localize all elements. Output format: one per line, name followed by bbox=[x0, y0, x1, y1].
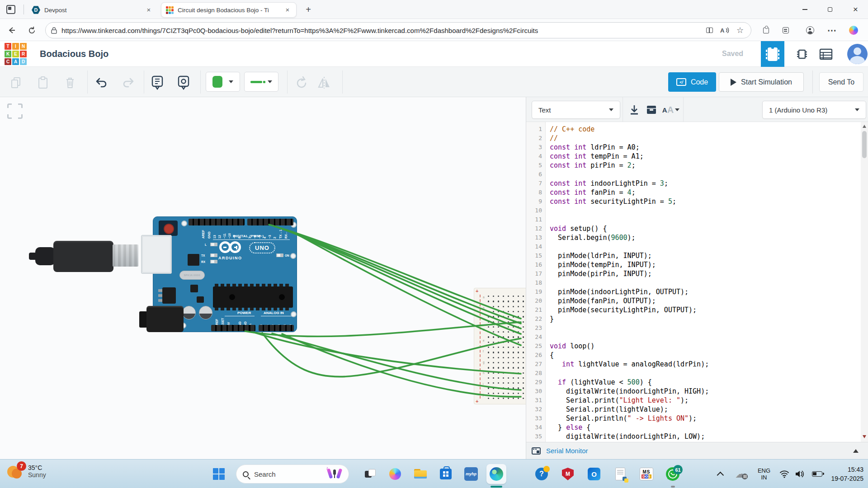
breadboard-hole[interactable] bbox=[513, 398, 514, 399]
breadboard-hole[interactable] bbox=[498, 357, 499, 358]
breadboard-hole[interactable] bbox=[493, 300, 494, 302]
breadboard-hole[interactable] bbox=[498, 336, 499, 338]
breadboard-hole[interactable] bbox=[488, 362, 489, 363]
profile-icon[interactable] bbox=[803, 23, 817, 38]
breadboard[interactable]: + + abcdefghij bbox=[474, 288, 526, 404]
breadboard-hole[interactable] bbox=[503, 342, 504, 343]
breadboard-hole[interactable] bbox=[508, 331, 509, 333]
breadboard-hole[interactable] bbox=[488, 342, 489, 343]
code-line[interactable]: int lightValue = analogRead(ldrPin); bbox=[545, 360, 709, 369]
breadboard-hole[interactable] bbox=[493, 347, 494, 348]
code-line[interactable]: void setup() { bbox=[545, 224, 709, 233]
breadboard-hole[interactable] bbox=[498, 342, 499, 343]
component-color-dropdown[interactable] bbox=[206, 72, 240, 92]
font-size-control[interactable]: AA bbox=[661, 102, 681, 118]
breadboard-hole[interactable] bbox=[508, 300, 509, 302]
breadboard-hole[interactable] bbox=[503, 316, 504, 317]
breadboard-hole[interactable] bbox=[518, 321, 519, 323]
code-mode-select[interactable]: Text bbox=[532, 101, 620, 119]
tab-devpost[interactable]: D Devpost bbox=[27, 2, 157, 18]
breadboard-hole[interactable] bbox=[508, 387, 509, 389]
code-line[interactable]: Serial.print(lightValue); bbox=[545, 405, 709, 414]
breadboard-hole[interactable] bbox=[498, 393, 499, 394]
code-line[interactable]: Serial.println(" -> Lights ON"); bbox=[545, 414, 709, 423]
breadboard-hole[interactable] bbox=[523, 352, 524, 353]
design-title[interactable]: Bodacious Bojo bbox=[40, 49, 108, 59]
breadboard-hole[interactable] bbox=[493, 326, 494, 328]
breadboard-hole[interactable] bbox=[508, 342, 509, 343]
myhp-button[interactable]: myhp bbox=[461, 464, 481, 484]
breadboard-hole[interactable] bbox=[488, 296, 489, 297]
code-line[interactable]: const int indoorLightPin = 3; bbox=[545, 179, 709, 188]
weather-widget[interactable]: 7 35°C Sunny bbox=[7, 463, 46, 479]
breadboard-hole[interactable] bbox=[493, 316, 494, 317]
code-line[interactable]: } else { bbox=[545, 423, 709, 432]
breadboard-hole[interactable] bbox=[523, 316, 524, 317]
list-view-button[interactable] bbox=[814, 41, 838, 67]
copilot-taskbar-button[interactable] bbox=[385, 464, 405, 484]
onedrive-paused-icon[interactable] bbox=[732, 466, 749, 482]
breadboard-hole[interactable] bbox=[518, 336, 519, 338]
breadboard-hole[interactable] bbox=[498, 326, 499, 328]
breadboard-hole[interactable] bbox=[498, 331, 499, 333]
code-line[interactable] bbox=[545, 215, 709, 224]
breadboard-hole[interactable] bbox=[523, 387, 524, 389]
breadboard-hole[interactable] bbox=[498, 347, 499, 348]
breadboard-hole[interactable] bbox=[488, 300, 489, 302]
breadboard-hole[interactable] bbox=[488, 352, 489, 353]
breadboard-hole[interactable] bbox=[498, 398, 499, 399]
breadboard-hole[interactable] bbox=[498, 321, 499, 323]
code-line[interactable]: pinMode(securityLightPin, OUTPUT); bbox=[545, 305, 709, 314]
breadboard-hole[interactable] bbox=[503, 326, 504, 328]
breadboard-hole[interactable] bbox=[493, 382, 494, 384]
breadboard-hole[interactable] bbox=[498, 316, 499, 317]
breadboard-hole[interactable] bbox=[513, 296, 514, 297]
usb-cable-neck[interactable] bbox=[35, 247, 55, 265]
close-window-button[interactable] bbox=[843, 0, 868, 19]
edge-button[interactable] bbox=[486, 464, 506, 484]
back-icon[interactable] bbox=[5, 23, 19, 38]
close-icon[interactable] bbox=[283, 6, 292, 14]
breadboard-hole[interactable] bbox=[503, 398, 504, 399]
code-line[interactable]: digitalWrite(indoorLightPin, HIGH); bbox=[545, 387, 709, 396]
breadboard-hole[interactable] bbox=[518, 342, 519, 343]
breadboard-hole[interactable] bbox=[498, 300, 499, 302]
send-to-button[interactable]: Send To bbox=[819, 72, 863, 92]
code-line[interactable]: pinMode(fanPin, OUTPUT); bbox=[545, 296, 709, 305]
breadboard-hole[interactable] bbox=[513, 377, 514, 379]
code-line[interactable]: pinMode(tempPin, INPUT); bbox=[545, 260, 709, 269]
breadboard-hole[interactable] bbox=[518, 300, 519, 302]
breadboard-hole[interactable] bbox=[513, 311, 514, 312]
new-tab-button[interactable] bbox=[302, 4, 315, 16]
breadboard-view-button[interactable] bbox=[761, 41, 784, 67]
scroll-down-icon[interactable] bbox=[863, 435, 866, 438]
breadboard-hole[interactable] bbox=[513, 331, 514, 333]
breadboard-hole[interactable] bbox=[518, 306, 519, 307]
reset-button[interactable] bbox=[159, 221, 178, 236]
breadboard-hole[interactable] bbox=[513, 367, 514, 368]
breadboard-hole[interactable] bbox=[518, 387, 519, 389]
mcafee-button[interactable]: M bbox=[558, 464, 578, 484]
code-editor[interactable]: 1// C++ code2//3const int ldrPin = A0;4c… bbox=[526, 122, 861, 442]
start-simulation-button[interactable]: Start Simulation bbox=[719, 72, 804, 92]
breadboard-hole[interactable] bbox=[518, 367, 519, 368]
copilot-icon[interactable] bbox=[846, 23, 861, 38]
mirror-icon[interactable] bbox=[316, 75, 332, 90]
breadboard-hole[interactable] bbox=[488, 382, 489, 384]
code-line[interactable]: pinMode(pirPin, INPUT); bbox=[545, 269, 709, 278]
paste-icon[interactable] bbox=[35, 75, 51, 90]
breadboard-hole[interactable] bbox=[523, 357, 524, 358]
breadboard-hole[interactable] bbox=[518, 398, 519, 399]
breadboard-hole[interactable] bbox=[513, 336, 514, 338]
download-code-icon[interactable] bbox=[626, 102, 642, 118]
get-help-button[interactable]: ? bbox=[532, 464, 552, 484]
breadboard-hole[interactable] bbox=[503, 321, 504, 323]
breadboard-hole[interactable] bbox=[503, 372, 504, 374]
collections-icon[interactable] bbox=[778, 23, 793, 38]
code-line[interactable] bbox=[545, 278, 709, 287]
breadboard-hole[interactable] bbox=[503, 300, 504, 302]
extensions-icon[interactable] bbox=[759, 23, 773, 38]
breadboard-hole[interactable] bbox=[518, 352, 519, 353]
breadboard-hole[interactable] bbox=[493, 393, 494, 394]
breadboard-hole[interactable] bbox=[523, 306, 524, 307]
